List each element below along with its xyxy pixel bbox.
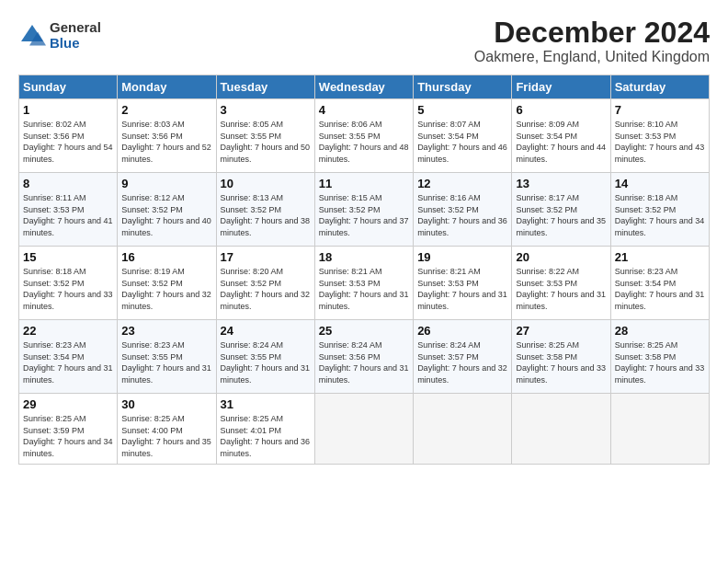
table-cell: 1 Sunrise: 8:02 AM Sunset: 3:56 PM Dayli… bbox=[19, 99, 118, 173]
col-sunday: Sunday bbox=[19, 75, 118, 99]
day-number: 31 bbox=[221, 397, 311, 411]
sunset-text: Sunset: 3:56 PM bbox=[319, 352, 381, 362]
sunset-text: Sunset: 3:58 PM bbox=[615, 352, 677, 362]
sunrise-text: Sunrise: 8:17 AM bbox=[516, 193, 579, 202]
day-number: 15 bbox=[23, 250, 113, 264]
sunrise-text: Sunrise: 8:07 AM bbox=[417, 120, 481, 129]
day-number: 29 bbox=[23, 397, 113, 411]
sunrise-text: Sunrise: 8:06 AM bbox=[319, 120, 382, 129]
day-info: Sunrise: 8:24 AM Sunset: 3:57 PM Dayligh… bbox=[417, 339, 507, 385]
col-tuesday: Tuesday bbox=[216, 75, 314, 99]
sunset-text: Sunset: 3:52 PM bbox=[221, 205, 282, 214]
title-block: December 2024 Oakmere, England, United K… bbox=[474, 17, 710, 65]
col-saturday: Saturday bbox=[610, 75, 709, 99]
table-cell: 15 Sunrise: 8:18 AM Sunset: 3:52 PM Dayl… bbox=[19, 247, 118, 320]
table-cell: 29 Sunrise: 8:25 AM Sunset: 3:59 PM Dayl… bbox=[19, 394, 118, 464]
sunrise-text: Sunrise: 8:24 AM bbox=[417, 340, 481, 350]
table-cell: 30 Sunrise: 8:25 AM Sunset: 4:00 PM Dayl… bbox=[118, 394, 216, 464]
table-cell: 13 Sunrise: 8:17 AM Sunset: 3:52 PM Dayl… bbox=[512, 173, 610, 247]
sunset-text: Sunset: 3:55 PM bbox=[319, 132, 381, 141]
day-info: Sunrise: 8:02 AM Sunset: 3:56 PM Dayligh… bbox=[23, 119, 113, 165]
table-cell: 3 Sunrise: 8:05 AM Sunset: 3:55 PM Dayli… bbox=[216, 99, 314, 173]
day-number: 5 bbox=[417, 103, 507, 117]
calendar-header-row: Sunday Monday Tuesday Wednesday Thursday… bbox=[19, 75, 710, 99]
table-cell: 10 Sunrise: 8:13 AM Sunset: 3:52 PM Dayl… bbox=[216, 173, 314, 247]
sunset-text: Sunset: 3:52 PM bbox=[319, 205, 381, 214]
day-info: Sunrise: 8:16 AM Sunset: 3:52 PM Dayligh… bbox=[417, 192, 507, 238]
sunset-text: Sunset: 3:56 PM bbox=[121, 132, 183, 141]
day-info: Sunrise: 8:18 AM Sunset: 3:52 PM Dayligh… bbox=[23, 266, 113, 312]
daylight-text: Daylight: 7 hours and 31 minutes. bbox=[221, 363, 311, 385]
logo-blue: Blue bbox=[50, 36, 101, 52]
sunrise-text: Sunrise: 8:25 AM bbox=[121, 414, 185, 423]
daylight-text: Daylight: 7 hours and 35 minutes. bbox=[121, 437, 211, 458]
sunrise-text: Sunrise: 8:22 AM bbox=[516, 267, 579, 276]
sunset-text: Sunset: 3:55 PM bbox=[221, 352, 282, 362]
table-cell: 24 Sunrise: 8:24 AM Sunset: 3:55 PM Dayl… bbox=[216, 320, 314, 394]
day-number: 27 bbox=[516, 324, 606, 338]
day-number: 19 bbox=[417, 250, 507, 264]
daylight-text: Daylight: 7 hours and 31 minutes. bbox=[23, 363, 113, 385]
table-cell bbox=[314, 394, 413, 464]
day-number: 6 bbox=[516, 103, 606, 117]
day-number: 7 bbox=[615, 103, 705, 117]
table-cell: 26 Sunrise: 8:24 AM Sunset: 3:57 PM Dayl… bbox=[414, 320, 512, 394]
sunset-text: Sunset: 3:53 PM bbox=[23, 205, 85, 214]
sunrise-text: Sunrise: 8:23 AM bbox=[121, 340, 185, 350]
day-number: 30 bbox=[121, 397, 211, 411]
sunrise-text: Sunrise: 8:18 AM bbox=[615, 193, 678, 202]
sunset-text: Sunset: 3:54 PM bbox=[516, 132, 577, 141]
daylight-text: Daylight: 7 hours and 31 minutes. bbox=[319, 290, 409, 311]
daylight-text: Daylight: 7 hours and 31 minutes. bbox=[417, 290, 507, 311]
sunset-text: Sunset: 3:55 PM bbox=[121, 352, 183, 362]
sunrise-text: Sunrise: 8:24 AM bbox=[319, 340, 382, 350]
day-number: 1 bbox=[23, 103, 113, 117]
table-cell: 8 Sunrise: 8:11 AM Sunset: 3:53 PM Dayli… bbox=[19, 173, 118, 247]
daylight-text: Daylight: 7 hours and 43 minutes. bbox=[615, 143, 705, 164]
sunset-text: Sunset: 3:57 PM bbox=[417, 352, 479, 362]
sunrise-text: Sunrise: 8:13 AM bbox=[221, 193, 284, 202]
day-info: Sunrise: 8:24 AM Sunset: 3:56 PM Dayligh… bbox=[319, 339, 409, 385]
day-number: 17 bbox=[221, 250, 311, 264]
sunrise-text: Sunrise: 8:03 AM bbox=[121, 120, 185, 129]
day-info: Sunrise: 8:22 AM Sunset: 3:53 PM Dayligh… bbox=[516, 266, 606, 312]
sunset-text: Sunset: 3:53 PM bbox=[417, 279, 479, 288]
table-cell: 7 Sunrise: 8:10 AM Sunset: 3:53 PM Dayli… bbox=[610, 99, 709, 173]
table-cell: 14 Sunrise: 8:18 AM Sunset: 3:52 PM Dayl… bbox=[610, 173, 709, 247]
daylight-text: Daylight: 7 hours and 31 minutes. bbox=[121, 363, 211, 385]
day-number: 2 bbox=[121, 103, 211, 117]
daylight-text: Daylight: 7 hours and 35 minutes. bbox=[516, 216, 606, 237]
day-number: 3 bbox=[221, 103, 311, 117]
daylight-text: Daylight: 7 hours and 34 minutes. bbox=[615, 216, 705, 237]
sunrise-text: Sunrise: 8:02 AM bbox=[23, 120, 86, 129]
daylight-text: Daylight: 7 hours and 38 minutes. bbox=[221, 216, 311, 237]
day-number: 9 bbox=[121, 177, 211, 190]
daylight-text: Daylight: 7 hours and 36 minutes. bbox=[417, 216, 507, 237]
day-info: Sunrise: 8:11 AM Sunset: 3:53 PM Dayligh… bbox=[23, 192, 113, 238]
table-cell: 25 Sunrise: 8:24 AM Sunset: 3:56 PM Dayl… bbox=[314, 320, 413, 394]
day-info: Sunrise: 8:03 AM Sunset: 3:56 PM Dayligh… bbox=[121, 119, 211, 165]
table-cell: 9 Sunrise: 8:12 AM Sunset: 3:52 PM Dayli… bbox=[118, 173, 216, 247]
sunset-text: Sunset: 3:52 PM bbox=[417, 205, 479, 214]
day-info: Sunrise: 8:12 AM Sunset: 3:52 PM Dayligh… bbox=[121, 192, 211, 238]
daylight-text: Daylight: 7 hours and 44 minutes. bbox=[516, 143, 606, 164]
logo-icon bbox=[18, 22, 46, 50]
daylight-text: Daylight: 7 hours and 48 minutes. bbox=[319, 143, 409, 164]
daylight-text: Daylight: 7 hours and 34 minutes. bbox=[23, 437, 113, 458]
day-number: 13 bbox=[516, 177, 606, 190]
day-info: Sunrise: 8:05 AM Sunset: 3:55 PM Dayligh… bbox=[221, 119, 311, 165]
sunset-text: Sunset: 3:54 PM bbox=[417, 132, 479, 141]
day-info: Sunrise: 8:18 AM Sunset: 3:52 PM Dayligh… bbox=[615, 192, 705, 238]
table-cell: 16 Sunrise: 8:19 AM Sunset: 3:52 PM Dayl… bbox=[118, 247, 216, 320]
daylight-text: Daylight: 7 hours and 33 minutes. bbox=[516, 363, 606, 385]
table-cell: 27 Sunrise: 8:25 AM Sunset: 3:58 PM Dayl… bbox=[512, 320, 610, 394]
sunrise-text: Sunrise: 8:16 AM bbox=[417, 193, 481, 202]
sunset-text: Sunset: 4:00 PM bbox=[121, 426, 183, 435]
day-number: 8 bbox=[23, 177, 113, 190]
day-number: 14 bbox=[615, 177, 705, 190]
day-info: Sunrise: 8:07 AM Sunset: 3:54 PM Dayligh… bbox=[417, 119, 507, 165]
sunrise-text: Sunrise: 8:21 AM bbox=[319, 267, 382, 276]
sunset-text: Sunset: 3:56 PM bbox=[23, 132, 85, 141]
sunrise-text: Sunrise: 8:25 AM bbox=[23, 414, 86, 423]
table-cell: 28 Sunrise: 8:25 AM Sunset: 3:58 PM Dayl… bbox=[610, 320, 709, 394]
